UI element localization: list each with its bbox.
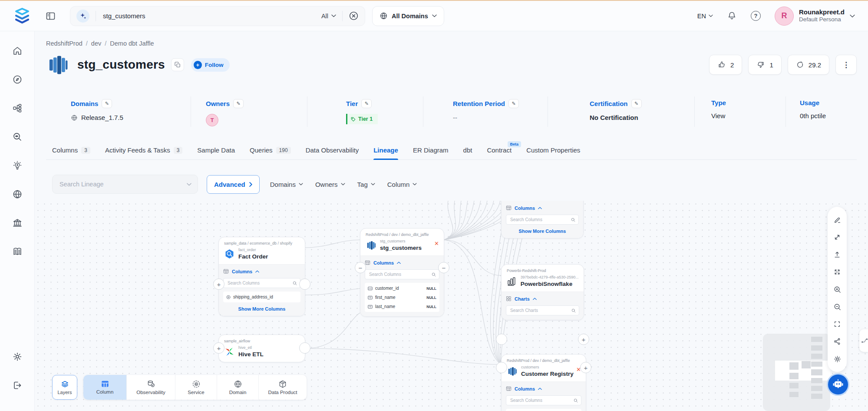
collapse-downstream-handle[interactable]: − <box>438 262 449 273</box>
show-more-columns-link[interactable]: Show More Columns <box>223 306 300 312</box>
node-search-columns[interactable] <box>506 215 579 225</box>
lineage-node-hive-etl[interactable]: sample_airflow hive_etl Hive ETL + <box>218 335 305 362</box>
node-search-input[interactable] <box>509 217 571 222</box>
lineage-search-input[interactable] <box>59 180 187 188</box>
filter-domains[interactable]: Domains <box>270 181 303 188</box>
breadcrumb-schema[interactable]: Demo dbt Jaffle <box>110 40 154 47</box>
breadcrumb-database[interactable]: dev <box>91 40 101 47</box>
filter-owners[interactable]: Owners <box>315 181 345 188</box>
chevron-up-icon[interactable] <box>538 207 542 209</box>
canvas-settings-icon[interactable] <box>828 350 847 368</box>
column-row[interactable]: customer_id NULL <box>368 284 436 293</box>
node-search-input[interactable] <box>368 272 432 277</box>
column-row[interactable]: first_name NULL <box>368 293 436 302</box>
follow-button[interactable]: + Follow <box>191 58 230 72</box>
tab-columns[interactable]: Columns3 <box>52 146 90 159</box>
lineage-node-customer-registry[interactable]: RedshiftProd / dev / demo_dbt_jaffle cus… <box>501 354 586 411</box>
chevron-up-icon[interactable] <box>538 388 542 390</box>
domains-globe-icon[interactable] <box>7 184 27 204</box>
lineage-flow-icon[interactable] <box>7 98 27 118</box>
user-menu[interactable]: R Rounakpreet.d Default Persona <box>775 7 855 26</box>
edit-owners-icon[interactable]: ✎ <box>233 99 244 108</box>
home-icon[interactable] <box>7 41 27 61</box>
mode-observability[interactable]: Observability <box>127 375 175 400</box>
column-row[interactable]: last_name NULL <box>368 302 436 311</box>
logout-icon[interactable] <box>7 375 27 395</box>
edge-handle[interactable] <box>496 334 507 345</box>
search-input[interactable] <box>102 12 321 20</box>
mode-data-product[interactable]: Data Product <box>259 375 307 400</box>
domains-value[interactable]: Release_1.7.5 <box>81 114 123 121</box>
edge-handle[interactable] <box>299 278 310 290</box>
edge-handle[interactable] <box>496 362 507 373</box>
node-search-columns[interactable] <box>506 395 581 405</box>
tab-sample-data[interactable]: Sample Data <box>197 146 235 159</box>
tab-custom-properties[interactable]: Custom Properties <box>526 146 580 159</box>
edit-domains-icon[interactable]: ✎ <box>102 99 112 108</box>
chevron-up-icon[interactable] <box>533 298 537 300</box>
clear-search-icon[interactable] <box>349 11 359 21</box>
lineage-node-powerbi-snowflake[interactable]: Powerbi-Redshift-Prod 397bebdc-4279-4ffe… <box>501 264 584 320</box>
zoom-out-icon[interactable] <box>828 298 847 315</box>
tab-lineage[interactable]: Lineage <box>373 146 398 159</box>
edit-tier-icon[interactable]: ✎ <box>361 99 372 108</box>
upvote-button[interactable]: 2 <box>709 55 742 75</box>
tab-data-observability[interactable]: Data Observability <box>306 146 359 159</box>
show-more-columns-link[interactable]: Show More Columns <box>506 229 579 234</box>
layers-button[interactable]: Layers <box>52 375 77 400</box>
edge-handle[interactable] <box>299 342 310 354</box>
app-logo-icon[interactable] <box>13 7 31 25</box>
node-search-charts[interactable] <box>506 305 579 315</box>
fullscreen-icon[interactable] <box>828 315 847 333</box>
all-domains-button[interactable]: All Domains <box>372 6 444 26</box>
tab-dbt[interactable]: dbt <box>463 146 472 159</box>
zoom-in-icon[interactable] <box>828 281 847 298</box>
chevron-up-icon[interactable] <box>397 262 401 264</box>
ai-assistant-button[interactable] <box>827 373 849 396</box>
filter-tag[interactable]: Tag <box>357 181 375 188</box>
edit-certification-icon[interactable]: ✎ <box>631 99 642 108</box>
expand-downstream-handle[interactable]: + <box>580 362 591 373</box>
govern-bank-icon[interactable] <box>7 213 27 233</box>
lineage-canvas[interactable]: Columns Show More Columns sample_data / … <box>35 201 868 411</box>
version-history-button[interactable]: 29.2 <box>788 55 829 75</box>
settings-gear-icon[interactable] <box>7 347 27 367</box>
node-search-input[interactable] <box>509 398 574 403</box>
user-avatar[interactable]: R <box>775 7 794 26</box>
tab-queries[interactable]: Queries190 <box>250 146 291 159</box>
copy-name-icon[interactable] <box>171 58 184 71</box>
expand-upstream-handle[interactable]: + <box>213 342 224 354</box>
advanced-filter-button[interactable]: Advanced <box>207 175 260 194</box>
tab-contract[interactable]: ContractBeta <box>487 146 512 159</box>
lineage-node-stg-customers[interactable]: RedshiftProd / dev / demo_dbt_jaffle stg… <box>360 228 444 317</box>
edit-lineage-icon[interactable] <box>828 211 847 229</box>
global-search-bar[interactable]: All <box>70 6 365 26</box>
insights-bulb-icon[interactable] <box>7 156 27 176</box>
mode-column[interactable]: Column <box>83 375 127 400</box>
export-icon[interactable] <box>828 246 847 263</box>
node-search-columns[interactable] <box>365 269 439 279</box>
node-search-columns[interactable] <box>223 278 300 288</box>
lineage-links-icon[interactable] <box>828 333 847 350</box>
observability-icon[interactable] <box>7 127 27 147</box>
mode-service[interactable]: Service <box>175 375 217 400</box>
downvote-button[interactable]: 1 <box>748 55 781 75</box>
chevron-up-icon[interactable] <box>255 270 259 273</box>
expand-downstream-handle[interactable]: + <box>578 334 589 345</box>
fit-view-icon[interactable] <box>828 263 847 281</box>
node-search-input[interactable] <box>509 308 571 313</box>
sidebar-toggle-icon[interactable] <box>45 11 56 21</box>
explore-compass-icon[interactable] <box>7 70 27 89</box>
search-scope-dropdown[interactable]: All <box>321 13 336 20</box>
language-dropdown[interactable]: EN <box>697 13 713 20</box>
column-row[interactable]: shipping_address_id <box>226 292 297 302</box>
tab-activity-feeds[interactable]: Activity Feeds & Tasks3 <box>105 146 182 159</box>
glossary-book-icon[interactable] <box>7 242 27 262</box>
owner-avatar[interactable]: T <box>206 114 218 126</box>
help-icon[interactable]: ? <box>751 11 761 21</box>
lineage-search[interactable] <box>52 175 198 194</box>
mode-domain[interactable]: Domain <box>217 375 259 400</box>
filter-column[interactable]: Column <box>387 181 417 188</box>
expand-upstream-handle[interactable]: + <box>213 278 224 290</box>
edit-retention-icon[interactable]: ✎ <box>508 99 519 108</box>
